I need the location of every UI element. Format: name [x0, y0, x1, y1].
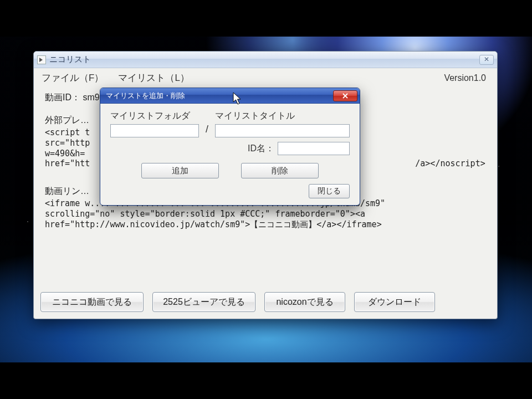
video-id-value: sm9	[83, 93, 99, 102]
mylist-title-input[interactable]	[215, 124, 350, 137]
dialog-title: マイリストを追加・削除	[103, 91, 333, 101]
dialog-close-x[interactable]	[333, 90, 357, 101]
window-close-button[interactable]: ✕	[479, 55, 494, 65]
folder-input[interactable]	[110, 124, 199, 137]
video-id-label: 動画ID：	[45, 93, 80, 102]
letterbox-bottom	[0, 362, 532, 399]
add-button[interactable]: 追加	[141, 163, 219, 178]
menu-mylist[interactable]: マイリスト（L）	[118, 71, 189, 84]
slash-separator: /	[204, 124, 209, 137]
close-button[interactable]: 閉じる	[309, 184, 350, 198]
app-icon	[37, 55, 46, 64]
id-input[interactable]	[278, 142, 350, 155]
window-title: ニコリスト	[49, 54, 91, 65]
main-titlebar[interactable]: ニコリスト ✕	[34, 52, 497, 68]
menu-file[interactable]: ファイル（F）	[42, 71, 104, 84]
letterbox-top	[0, 0, 532, 37]
bottom-toolbar: ニコニコ動画で見る 2525ビューアで見る nicozonで見る ダウンロード	[40, 292, 490, 312]
nicozon-button[interactable]: nicozonで見る	[264, 292, 345, 312]
menubar: ファイル（F） マイリスト（L） Version1.0	[34, 68, 497, 88]
close-icon	[342, 93, 348, 99]
delete-button[interactable]: 削除	[241, 163, 319, 178]
id-label: ID名：	[248, 143, 274, 155]
download-button[interactable]: ダウンロード	[354, 292, 435, 312]
mylist-dialog: マイリストを追加・削除 マイリストフォルダ / マイリストタイトル ID名： 追…	[100, 88, 360, 206]
mylist-title-label: マイリストタイトル	[215, 110, 350, 122]
version-label: Version1.0	[444, 73, 486, 83]
dialog-titlebar[interactable]: マイリストを追加・削除	[100, 88, 360, 104]
folder-label: マイリストフォルダ	[110, 110, 199, 122]
niconico-button[interactable]: ニコニコ動画で見る	[40, 292, 144, 312]
viewer2525-button[interactable]: 2525ビューアで見る	[152, 292, 255, 312]
